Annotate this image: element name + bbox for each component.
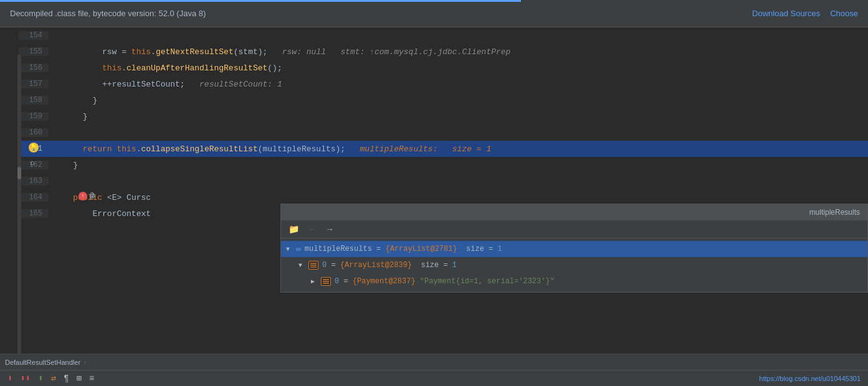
code-line-157: 157 ++resultSetCount; resultSetCount: 1 (19, 76, 868, 92)
download-up-icon[interactable]: ⬆⬇ (20, 373, 31, 384)
debug-toolbar: 📁 ← → (281, 220, 867, 238)
breadcrumb-item[interactable]: DefaultResultSetHandler (5, 359, 80, 366)
line-content: } (49, 96, 868, 105)
line-content: this.cleanUpAfterHandlingResultSet(); (49, 64, 868, 73)
back-toolbar-btn[interactable]: ← (305, 223, 319, 235)
bulb: 💡 (29, 143, 39, 153)
line-number: 157 (19, 80, 49, 88)
line-number: 156 (19, 64, 49, 72)
lightbulb-icon[interactable]: 💡 (29, 143, 39, 153)
tree-label: multipleResults = {ArrayList@2781} size … (305, 245, 502, 253)
code-line-155: 155 rsw = this.getNextResultSet(stmt); r… (19, 44, 868, 60)
breadcrumb-separator: › (83, 359, 87, 366)
forward-toolbar-btn[interactable]: → (323, 223, 336, 235)
expand-icon: ▼ (286, 246, 296, 253)
line-number: 155 (19, 47, 49, 56)
code-area: 154 155 rsw = this.getNextResultSet(stmt… (0, 27, 868, 386)
line-number: 163 (19, 177, 49, 186)
line-content: } (49, 161, 868, 170)
bookmark-icon: ⌂ (30, 159, 34, 167)
line-content: ++resultSetCount; resultSetCount: 1 (49, 80, 868, 89)
tree-label: 0 = {Payment@2837} "Payment{id=1, serial… (335, 277, 555, 286)
paragraph-icon[interactable]: ¶ (64, 374, 69, 384)
debug-tree-row-root[interactable]: ▼ ∞ multipleResults = {ArrayList@2781} s… (281, 241, 867, 257)
expand-icon: ▼ (298, 262, 308, 269)
code-line-159: 159 } (19, 108, 868, 125)
line-content: } (49, 112, 868, 121)
upload-icon[interactable]: ⬆ (38, 373, 43, 384)
debug-header: multipleResults (281, 204, 867, 220)
bookmark-icon-2: ⌂ (91, 191, 95, 200)
code-line-163: 163 (19, 173, 868, 189)
list-icon (308, 261, 318, 270)
code-line-161: 💡 161 return this.collapseSingleResultLi… (19, 141, 868, 157)
line-number: 154 (19, 31, 49, 40)
infinity-icon: ∞ (296, 245, 301, 254)
tree-label: 0 = {ArrayList@2839} size = 1 (322, 261, 457, 270)
choose-link[interactable]: Choose (830, 9, 858, 18)
debug-tree-row-grandchild0[interactable]: ▶ 0 = {Payment@2837} "Payment{id=1, seri… (281, 273, 867, 290)
status-url[interactable]: https://blog.csdn.net/u010445301 (759, 375, 861, 382)
line-number: 164 (19, 193, 49, 202)
debug-title: multipleResults (809, 208, 860, 217)
grid-icon[interactable]: ⊞ (77, 373, 82, 384)
top-banner: Decompiled .class file, bytecode version… (0, 0, 868, 27)
line-content: public <E> Cursc (49, 193, 868, 202)
line-content: rsw = this.getNextResultSet(stmt); rsw: … (49, 47, 868, 57)
line-number: 158 (19, 96, 49, 105)
left-scrollbar[interactable] (17, 55, 21, 354)
code-line-158: 158 } (19, 92, 868, 108)
top-progress-line (0, 0, 868, 2)
code-line-162: ⌂ 162 } (19, 157, 868, 173)
code-lines-container: 154 155 rsw = this.getNextResultSet(stmt… (19, 27, 868, 354)
status-bar: ⬇ ⬆⬇ ⬆ ⇄ ¶ ⊞ ≡ https://blog.csdn.net/u01… (0, 370, 868, 386)
line-number: 165 (19, 209, 49, 218)
list-icon (321, 277, 331, 286)
debug-panel: multipleResults 📁 ← → ▼ ∞ multipleResult… (280, 204, 868, 293)
scrollbar-thumb (17, 167, 21, 179)
up-arrow-badge: ↑ (79, 192, 87, 200)
expand-icon: ▶ (311, 278, 321, 285)
line-number: 159 (19, 112, 49, 121)
download-sources-link[interactable]: Download Sources (752, 9, 820, 18)
code-line-160: 160 (19, 125, 868, 141)
lines-icon[interactable]: ≡ (89, 374, 94, 384)
code-line-156: 156 this.cleanUpAfterHandlingResultSet()… (19, 60, 868, 76)
banner-actions: Download Sources Choose (752, 9, 858, 18)
breadcrumb-bar: DefaultResultSetHandler › (0, 354, 868, 370)
line-number: 160 (19, 128, 49, 137)
download-icon[interactable]: ⬇ (7, 373, 12, 384)
debug-tree-row-child0[interactable]: ▼ 0 = {ArrayList@2839} size = 1 (281, 257, 867, 273)
exchange-icon[interactable]: ⇄ (51, 373, 56, 384)
banner-text: Decompiled .class file, bytecode version… (10, 9, 206, 18)
folder-toolbar-btn[interactable]: 📁 (286, 223, 302, 235)
line-content: return this.collapseSingleResultList(mul… (49, 144, 868, 154)
code-line-154: 154 (19, 27, 868, 44)
debug-tree: ▼ ∞ multipleResults = {ArrayList@2781} s… (281, 238, 867, 292)
